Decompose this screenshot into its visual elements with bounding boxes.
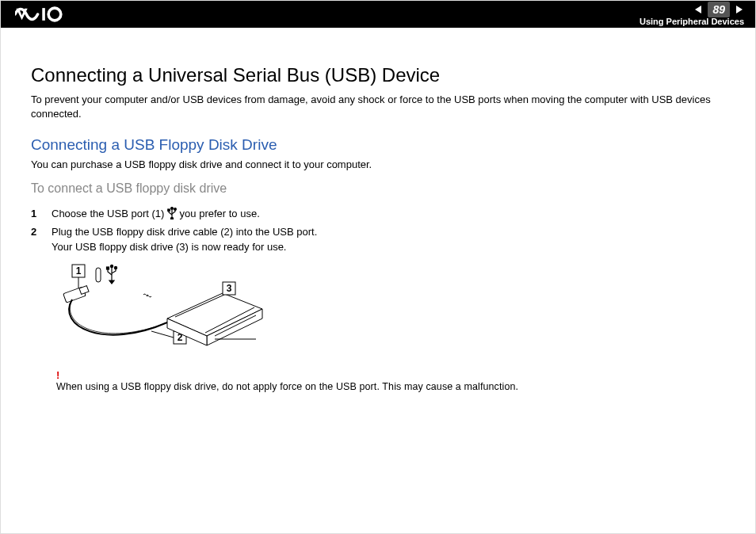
svg-line-20	[151, 331, 174, 338]
warning-symbol: !	[56, 369, 725, 381]
step-item: 1 Choose the USB port (1)	[31, 207, 725, 222]
svg-rect-0	[42, 8, 45, 21]
prev-page-arrow[interactable]	[693, 4, 704, 15]
step-number: 1	[31, 207, 40, 222]
svg-point-1	[48, 8, 61, 21]
svg-rect-16	[107, 267, 109, 269]
manual-page: 89 Using Peripheral Devices Connecting a…	[0, 0, 756, 534]
procedure-steps: 1 Choose the USB port (1)	[31, 207, 725, 255]
warning-text: When using a USB floppy disk drive, do n…	[56, 381, 725, 392]
svg-point-5	[171, 208, 174, 210]
step-text: Choose the USB port (1)	[52, 207, 260, 222]
svg-marker-18	[109, 280, 114, 284]
page-title: Connecting a Universal Serial Bus (USB) …	[31, 64, 725, 86]
subsection-heading: Connecting a USB Floppy Disk Drive	[31, 136, 725, 154]
vaio-logo	[15, 1, 83, 28]
connection-diagram: 1	[56, 263, 725, 361]
svg-rect-6	[168, 209, 170, 211]
intro-paragraph: To prevent your computer and/or USB devi…	[31, 93, 725, 120]
svg-marker-3	[736, 6, 743, 13]
step-number: 2	[31, 225, 40, 255]
page-header: 89 Using Peripheral Devices	[1, 1, 755, 28]
page-number-badge: 89	[708, 2, 730, 17]
svg-point-15	[110, 265, 113, 267]
subsection-intro: You can purchase a USB floppy disk drive…	[31, 158, 725, 170]
diagram-callout-3: 3	[227, 283, 232, 294]
svg-rect-13	[96, 268, 101, 282]
next-page-arrow[interactable]	[733, 4, 744, 15]
page-content: Connecting a Universal Serial Bus (USB) …	[1, 28, 755, 392]
procedure-title: To connect a USB floppy disk drive	[31, 181, 725, 196]
diagram-callout-1: 1	[76, 265, 82, 277]
svg-marker-2	[695, 6, 701, 13]
svg-rect-12	[79, 285, 89, 294]
step-text: Plug the USB floppy disk drive cable (2)…	[52, 225, 317, 255]
section-title: Using Peripheral Devices	[640, 17, 744, 26]
usb-icon	[167, 207, 177, 219]
step-item: 2 Plug the USB floppy disk drive cable (…	[31, 225, 725, 255]
svg-point-17	[114, 266, 116, 269]
svg-point-7	[174, 208, 177, 211]
svg-point-8	[170, 217, 173, 219]
